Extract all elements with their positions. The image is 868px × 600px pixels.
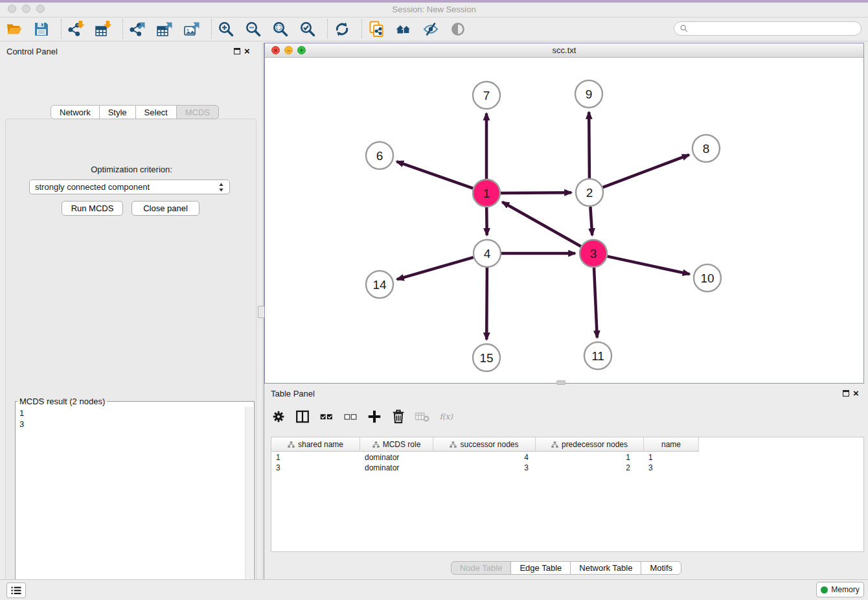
tab-mcds[interactable]: MCDS (176, 105, 219, 119)
memory-button[interactable]: Memory (816, 582, 864, 597)
table-cell[interactable]: dominator (360, 463, 433, 473)
network-edge-2-3[interactable] (590, 207, 592, 235)
close-panel-button[interactable]: Close panel (131, 201, 200, 216)
zoom-selected-icon[interactable] (299, 21, 316, 38)
network-edge-1-4[interactable] (486, 207, 487, 235)
svg-text:1: 1 (483, 187, 490, 200)
network-node-6[interactable]: 6 (366, 142, 393, 169)
column-visibility-icon[interactable] (295, 409, 310, 424)
column-header-name[interactable]: name (644, 437, 699, 452)
zoom-in-icon[interactable] (218, 21, 234, 38)
network-node-8[interactable]: 8 (692, 135, 720, 162)
hide-details-icon[interactable] (422, 21, 439, 38)
column-header-MCDS-role[interactable]: MCDS role (360, 437, 433, 452)
clone-network-icon[interactable] (368, 21, 385, 38)
import-table-icon[interactable] (95, 21, 111, 38)
tab-style[interactable]: Style (99, 105, 136, 119)
network-node-1[interactable]: 1 (473, 179, 500, 207)
table-cell[interactable]: 3 (433, 463, 536, 473)
deselect-all-icon[interactable] (343, 409, 358, 424)
network-edge-2-9[interactable] (589, 112, 589, 178)
optimization-criterion-select[interactable]: strongly connected component (29, 179, 230, 194)
table-row[interactable]: 3dominator323 (271, 463, 699, 473)
open-file-icon[interactable] (6, 21, 23, 38)
refresh-icon[interactable] (334, 21, 350, 38)
column-header-successor-nodes[interactable]: successor nodes (433, 437, 536, 452)
table-close-panel-icon[interactable]: × (853, 387, 859, 399)
network-edge-3-1[interactable] (502, 202, 580, 247)
network-edge-1-2[interactable] (501, 192, 571, 193)
show-graphics-icon[interactable] (450, 21, 466, 38)
table-cell[interactable]: 1 (644, 452, 699, 463)
optimization-criterion-value: strongly connected component (35, 182, 150, 192)
table-panel: Table Panel × f(x) shared name MCDS role… (264, 385, 868, 579)
svg-text:2: 2 (586, 186, 593, 200)
network-edge-4-15[interactable] (486, 268, 487, 340)
delete-column-icon[interactable] (391, 409, 406, 424)
search-input[interactable] (692, 24, 856, 33)
export-image-icon[interactable] (183, 21, 200, 38)
network-node-3[interactable]: 3 (580, 240, 607, 267)
tab-node-table[interactable]: Node Table (451, 561, 512, 575)
svg-text:10: 10 (700, 271, 714, 285)
network-node-15[interactable]: 15 (473, 344, 500, 371)
network-edge-1-6[interactable] (396, 161, 473, 188)
svg-text:3: 3 (590, 247, 597, 260)
add-column-icon[interactable] (367, 409, 382, 424)
select-all-icon[interactable] (319, 409, 334, 424)
svg-text:f(x): f(x) (439, 412, 453, 421)
table-cell[interactable]: 3 (644, 463, 699, 473)
svg-text:4: 4 (484, 247, 491, 260)
tab-network[interactable]: Network (51, 105, 100, 119)
app-titlebar: Session: New Session (0, 0, 868, 17)
network-edge-2-8[interactable] (603, 155, 689, 187)
table-cell[interactable]: 4 (433, 452, 536, 463)
table-cell[interactable]: 1 (271, 452, 360, 463)
export-network-icon[interactable] (129, 21, 146, 38)
save-session-icon[interactable] (33, 21, 50, 38)
table-cell[interactable]: 2 (536, 463, 644, 473)
tab-network-table[interactable]: Network Table (570, 561, 641, 575)
table-cell[interactable]: 1 (536, 452, 644, 463)
run-mcds-button[interactable]: Run MCDS (62, 201, 123, 216)
network-node-2[interactable]: 2 (576, 179, 603, 206)
float-panel-icon[interactable] (234, 48, 240, 54)
search-box[interactable] (674, 21, 862, 36)
close-panel-icon[interactable]: × (244, 45, 250, 57)
mcds-result-scrollbar[interactable] (245, 407, 253, 600)
network-edge-4-14[interactable] (397, 257, 474, 279)
settings-gear-icon[interactable] (271, 409, 286, 424)
network-splitter-handle[interactable] (556, 380, 565, 385)
import-network-icon[interactable] (67, 21, 84, 38)
control-panel-tabs: NetworkStyleSelectMCDS (51, 105, 219, 119)
tab-select[interactable]: Select (135, 105, 177, 119)
delete-table-icon (415, 409, 430, 424)
network-canvas[interactable]: 7 9 6 8 1 2 4 3 14 10 15 11 (265, 58, 863, 383)
table-cell[interactable]: dominator (360, 452, 433, 463)
export-table-icon[interactable] (156, 21, 173, 38)
toolbar-separator (61, 19, 62, 39)
home-layout-icon[interactable] (395, 21, 412, 38)
zoom-fit-icon[interactable] (272, 21, 289, 38)
network-edge-3-11[interactable] (594, 268, 597, 338)
table-float-panel-icon[interactable] (843, 390, 849, 397)
table-row[interactable]: 1dominator411 (271, 452, 699, 463)
tab-motifs[interactable]: Motifs (641, 561, 681, 575)
task-history-button[interactable] (6, 583, 26, 598)
tab-edge-table[interactable]: Edge Table (510, 561, 571, 575)
network-node-9[interactable]: 9 (575, 80, 602, 108)
network-node-10[interactable]: 10 (694, 264, 721, 292)
network-node-14[interactable]: 14 (366, 271, 393, 298)
column-label: successor nodes (460, 440, 518, 449)
network-node-7[interactable]: 7 (473, 82, 500, 109)
mcds-result-group[interactable]: MCDS result (2 nodes) 13 (15, 397, 255, 600)
column-header-predecessor-nodes[interactable]: predecessor nodes (536, 437, 644, 452)
network-node-4[interactable]: 4 (474, 240, 501, 267)
table-cell[interactable]: 3 (271, 463, 360, 473)
network-node-11[interactable]: 11 (584, 342, 611, 369)
svg-text:6: 6 (376, 149, 383, 163)
column-header-shared-name[interactable]: shared name (271, 437, 360, 452)
zoom-out-icon[interactable] (245, 21, 262, 38)
network-edge-3-10[interactable] (608, 257, 690, 275)
table-panel-title: Table Panel (271, 389, 315, 398)
